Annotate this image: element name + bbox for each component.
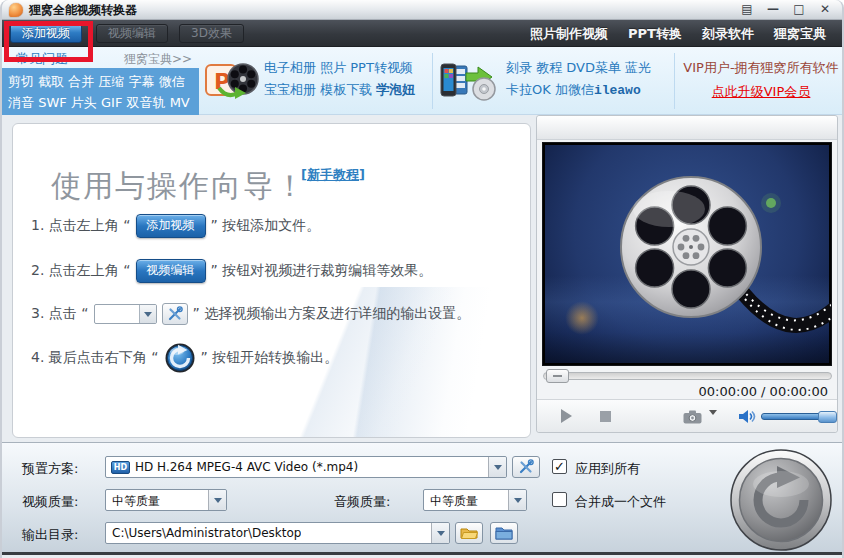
tagbox-line1[interactable]: 剪切 截取 合并 压缩 字幕 微信 <box>8 71 199 92</box>
tutorial-link[interactable]: [新手教程] <box>301 166 365 184</box>
output-dir-label: 输出目录: <box>22 526 78 544</box>
burn-line2-bold: ileawo <box>594 83 641 98</box>
preset-label: 预置方案: <box>22 460 78 478</box>
step4-text: 4. 最后点击右下角 “ <box>31 349 159 367</box>
preview-panel: 00:00:00 / 00:00:00 <box>536 115 838 433</box>
titlebar: 狸窝全能视频转换器 ▤ — □ ✕ <box>2 0 842 20</box>
guide-title: 使用与操作向导！ <box>51 166 307 207</box>
open-folder-button[interactable] <box>455 522 483 544</box>
preview-toolbar <box>537 116 837 140</box>
film-reel-graphic <box>543 143 832 366</box>
step3-text: 3. 点击 “ <box>31 305 89 323</box>
wrench-icon <box>518 459 534 475</box>
snapshot-button[interactable] <box>683 409 702 428</box>
preset-combo[interactable]: HD HD H.264 MPEG-4 AVC Video (*.mp4) <box>105 456 507 478</box>
merge-checkbox[interactable] <box>552 492 567 507</box>
vip-text: VIP用户-拥有狸窝所有软件 <box>678 59 844 77</box>
combo-arrow-icon <box>139 305 156 323</box>
step1-text-post: ” 按钮添加文件。 <box>211 217 321 235</box>
minimize-button[interactable]: — <box>762 1 784 18</box>
browse-folder-button[interactable] <box>490 522 518 544</box>
banner-divider <box>432 53 433 109</box>
video-quality-arrow[interactable] <box>208 490 226 510</box>
folder-icon <box>495 526 513 540</box>
album-line2-bold: 学泡妞 <box>376 82 415 97</box>
app-logo-icon <box>9 3 23 17</box>
preset-settings-button[interactable] <box>512 456 540 478</box>
feature-tagbox[interactable]: 剪切 截取 合并 压缩 字幕 微信 消音 SWF 片头 GIF 双音轨 MV <box>2 68 199 115</box>
guide-step-1: 1. 点击左上角 “ 添加视频 ” 按钮添加文件。 <box>31 214 320 238</box>
step4-text-post: ” 按钮开始转换输出。 <box>201 349 339 367</box>
tagbox-line2[interactable]: 消音 SWF 片头 GIF 双音轨 MV <box>8 92 199 113</box>
vip-upgrade-link[interactable]: 点此升级VIP会员 <box>678 83 844 101</box>
video-edit-mini-button: 视频编辑 <box>136 259 206 283</box>
banner-divider-2 <box>674 53 675 109</box>
burn-links[interactable]: 刻录 教程 DVD菜单 蓝光 卡拉OK 加微信ileawo <box>506 57 651 102</box>
volume-slider[interactable] <box>761 413 837 420</box>
close-button[interactable]: ✕ <box>814 1 836 18</box>
menu-ppt-convert[interactable]: PPT转换 <box>628 25 682 43</box>
volume-handle[interactable] <box>818 411 837 423</box>
menu-photo-to-video[interactable]: 照片制作视频 <box>530 25 608 43</box>
output-dir-arrow[interactable] <box>431 523 449 543</box>
ppt-album-icon: P <box>205 60 259 102</box>
convert-mini-icon <box>164 342 196 374</box>
burn-line1[interactable]: 刻录 教程 DVD菜单 蓝光 <box>506 57 651 79</box>
album-line1[interactable]: 电子相册 照片 PPT转视频 <box>264 57 415 79</box>
step2-text-post: ” 按钮对视频进行裁剪编辑等效果。 <box>211 262 433 280</box>
settings-mini-button <box>162 303 188 325</box>
video-quality-value: 中等质量 <box>112 493 160 510</box>
settings-panel: 预置方案: HD HD H.264 MPEG-4 AVC Video (*.mp… <box>2 442 844 555</box>
burn-line2[interactable]: 卡拉OK 加微信ileawo <box>506 79 651 102</box>
audio-quality-label: 音频质量: <box>334 493 390 511</box>
menu-liwo-baodian[interactable]: 狸窝宝典 <box>774 25 826 43</box>
preset-combo-arrow[interactable] <box>488 457 506 477</box>
tab-3d-effect[interactable]: 3D效果 <box>179 24 244 43</box>
guide-step-4: 4. 最后点击右下角 “ ” 按钮开始转换输出。 <box>31 342 338 374</box>
video-preview <box>542 142 832 366</box>
hd-badge-icon: HD <box>111 461 130 474</box>
annotation-highlight <box>4 21 93 62</box>
guide-step-2: 2. 点击左上角 “ 视频编辑 ” 按钮对视频进行裁剪编辑等效果。 <box>31 259 432 283</box>
output-dir-combo[interactable]: C:\Users\Administrator\Desktop <box>105 522 450 544</box>
snapshot-dropdown[interactable] <box>709 415 717 434</box>
camera-icon <box>683 410 702 424</box>
apply-all-label: 应用到所有 <box>575 460 640 478</box>
album-line2[interactable]: 宝宝相册 模板下载 学泡妞 <box>264 79 415 101</box>
speaker-icon <box>739 409 756 424</box>
window-title: 狸窝全能视频转换器 <box>29 2 137 19</box>
device-disc-icon <box>440 60 498 102</box>
play-button[interactable] <box>561 409 572 423</box>
audio-quality-value: 中等质量 <box>430 493 478 510</box>
seek-bar[interactable] <box>543 372 832 380</box>
stop-button[interactable] <box>600 411 611 422</box>
guide-step-3: 3. 点击 “ ” 选择视频输出方案及进行详细的输出设置。 <box>31 303 470 325</box>
tab-video-edit[interactable]: 视频编辑 <box>96 24 168 43</box>
album-links[interactable]: 电子相册 照片 PPT转视频 宝宝相册 模板下载 学泡妞 <box>264 57 415 101</box>
step2-text: 2. 点击左上角 “ <box>31 262 131 280</box>
window-menu-button[interactable]: ▤ <box>736 1 758 18</box>
preset-mini-combo <box>94 304 157 324</box>
app-window: 狸窝全能视频转换器 ▤ — □ ✕ 添加视频 视频编辑 3D效果 照片制作视频 … <box>0 0 844 558</box>
apply-all-checkbox[interactable]: ✓ <box>552 459 567 474</box>
video-quality-label: 视频质量: <box>22 493 78 511</box>
audio-quality-arrow[interactable] <box>508 490 526 510</box>
main-toolbar: 添加视频 视频编辑 3D效果 照片制作视频 PPT转换 刻录软件 狸窝宝典 <box>2 20 842 47</box>
convert-button[interactable] <box>729 448 833 552</box>
output-dir-value: C:\Users\Administrator\Desktop <box>112 526 301 540</box>
preset-value: HD H.264 MPEG-4 AVC Video (*.mp4) <box>135 460 358 474</box>
merge-label: 合并成一个文件 <box>575 493 666 511</box>
step1-text: 1. 点击左上角 “ <box>31 217 131 235</box>
video-quality-combo[interactable]: 中等质量 <box>105 489 227 511</box>
step3-text-post: ” 选择视频输出方案及进行详细的输出设置。 <box>193 305 471 323</box>
window-bottom-edge <box>2 552 844 555</box>
time-display: 00:00:00 / 00:00:00 <box>699 384 828 399</box>
maximize-button[interactable]: □ <box>788 1 810 18</box>
menu-burn-software[interactable]: 刻录软件 <box>702 25 754 43</box>
audio-quality-combo[interactable]: 中等质量 <box>423 489 527 511</box>
volume-button[interactable] <box>739 409 756 428</box>
baodian-link[interactable]: 狸窝宝典>> <box>124 51 192 68</box>
guide-panel: 使用与操作向导！ [新手教程] 1. 点击左上角 “ 添加视频 ” 按钮添加文件… <box>12 123 531 438</box>
seek-handle[interactable] <box>546 369 569 383</box>
wrench-icon <box>167 306 183 322</box>
